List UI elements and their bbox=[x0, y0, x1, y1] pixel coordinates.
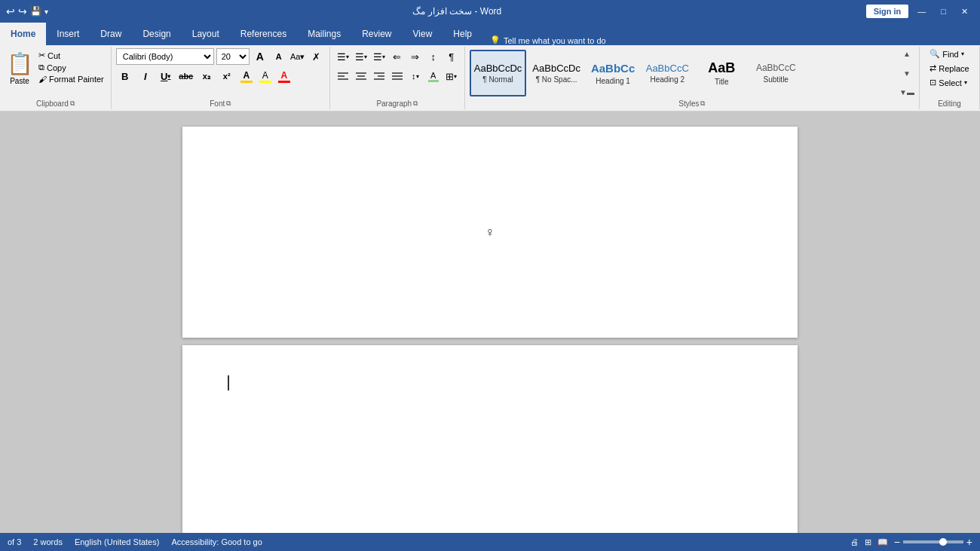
find-button[interactable]: 🔍 Find ▾ bbox=[927, 48, 966, 60]
styles-scroll-down[interactable]: ▼ bbox=[899, 69, 914, 78]
strikethrough-button[interactable]: abc bbox=[177, 68, 195, 84]
undo-icon[interactable]: ↩ bbox=[6, 5, 15, 17]
style-normal[interactable]: AaBbCcDc ¶ Normal bbox=[470, 50, 527, 96]
accessibility-indicator[interactable]: Accessibility: Good to go bbox=[171, 537, 262, 546]
clear-format-button[interactable]: ✗ bbox=[308, 48, 325, 65]
paste-label: Paste bbox=[10, 77, 29, 85]
shrink-font-button[interactable]: A bbox=[271, 48, 287, 65]
view-print-icon[interactable]: 🖨 bbox=[850, 537, 859, 546]
page-2[interactable] bbox=[182, 345, 798, 533]
paragraph-group-content: ☰▾ ☰▾ ☰▾ ⇐ ⇒ ↕ ¶ bbox=[335, 48, 460, 98]
styles-scroll-up[interactable]: ▲ bbox=[899, 50, 914, 58]
font-family-select[interactable]: Calibri (Body) bbox=[116, 48, 214, 65]
title-bar-controls: Sign in — □ ✕ bbox=[866, 5, 974, 18]
tab-view[interactable]: View bbox=[403, 23, 443, 45]
tab-layout[interactable]: Layout bbox=[182, 23, 230, 45]
style-title[interactable]: AaB Title bbox=[695, 50, 748, 96]
tab-home[interactable]: Home bbox=[0, 23, 46, 45]
font-label: Font ⧉ bbox=[116, 98, 325, 108]
page-info: of 3 bbox=[8, 537, 21, 546]
minimize-button[interactable]: — bbox=[911, 5, 932, 17]
font-size-select[interactable]: 20 bbox=[216, 48, 250, 65]
style-no-spacing[interactable]: AaBbCcDc ¶ No Spac... bbox=[528, 50, 585, 96]
bold-button[interactable]: B bbox=[116, 68, 134, 84]
styles-expand-icon[interactable]: ⧉ bbox=[700, 99, 705, 108]
status-bar-right: 🖨 ⊞ 📖 − + bbox=[850, 536, 972, 548]
line-spacing-button[interactable]: ↕▾ bbox=[407, 68, 424, 84]
quick-access-toolbar: ↩ ↪ 💾 ▾ bbox=[6, 5, 48, 17]
copy-label: Copy bbox=[47, 63, 66, 72]
tell-me-bar[interactable]: 💡 Tell me what you want to do bbox=[482, 35, 980, 45]
decrease-indent-button[interactable]: ⇐ bbox=[389, 48, 406, 65]
cut-label: Cut bbox=[47, 51, 60, 60]
paste-button[interactable]: 📋 Paste bbox=[5, 48, 35, 87]
show-hide-button[interactable]: ¶ bbox=[443, 48, 460, 65]
language-indicator[interactable]: English (United States) bbox=[75, 537, 160, 546]
tab-design[interactable]: Design bbox=[132, 23, 181, 45]
document-title: سخت افزار مگ - Word bbox=[412, 6, 501, 17]
page1-symbol: ♀ bbox=[485, 225, 495, 240]
redo-icon[interactable]: ↪ bbox=[18, 5, 27, 17]
tab-draw[interactable]: Draw bbox=[90, 23, 132, 45]
style-heading2[interactable]: AaBbCcC Heading 2 bbox=[641, 50, 694, 96]
italic-button[interactable]: I bbox=[136, 68, 155, 84]
highlight-button[interactable]: A bbox=[257, 68, 274, 84]
tab-references[interactable]: References bbox=[230, 23, 297, 45]
styles-scroll-controls[interactable]: ▲ ▼ ▼▬ bbox=[899, 50, 914, 96]
tab-insert[interactable]: Insert bbox=[46, 23, 90, 45]
close-button[interactable]: ✕ bbox=[955, 5, 974, 18]
shading-button[interactable]: A bbox=[425, 68, 442, 84]
save-icon[interactable]: 💾 bbox=[30, 6, 41, 17]
superscript-button[interactable]: x² bbox=[218, 68, 236, 84]
zoom-slider[interactable] bbox=[903, 540, 963, 543]
clipboard-expand-icon[interactable]: ⧉ bbox=[70, 99, 75, 108]
subscript-button[interactable]: x₂ bbox=[198, 68, 216, 84]
view-read-icon[interactable]: 📖 bbox=[877, 537, 888, 547]
increase-indent-button[interactable]: ⇒ bbox=[407, 48, 424, 65]
maximize-button[interactable]: □ bbox=[935, 5, 952, 17]
borders-button[interactable]: ⊞▾ bbox=[443, 68, 460, 84]
bullets-button[interactable]: ☰▾ bbox=[335, 48, 351, 65]
align-left-button[interactable] bbox=[335, 68, 351, 84]
multilevel-button[interactable]: ☰▾ bbox=[371, 48, 387, 65]
replace-label: Replace bbox=[939, 64, 969, 73]
grow-font-button[interactable]: A bbox=[252, 48, 268, 65]
numbering-button[interactable]: ☰▾ bbox=[353, 48, 369, 65]
style-subtitle-label: Subtitle bbox=[764, 75, 789, 84]
copy-button[interactable]: ⧉ Copy bbox=[36, 62, 106, 73]
styles-more-button[interactable]: ▼▬ bbox=[899, 88, 914, 96]
change-case-button[interactable]: Aa▾ bbox=[289, 48, 306, 65]
select-button[interactable]: ⊡ Select ▾ bbox=[927, 77, 969, 88]
document-area[interactable]: ♀ bbox=[0, 112, 980, 533]
underline-button[interactable]: U▾ bbox=[157, 68, 175, 84]
word-count[interactable]: 2 words bbox=[33, 537, 63, 546]
replace-button[interactable]: ⇄ Replace bbox=[927, 63, 971, 74]
style-subtitle[interactable]: AaBbCcC Subtitle bbox=[749, 50, 802, 96]
font-color-button[interactable]: A bbox=[238, 68, 255, 84]
align-center-button[interactable] bbox=[353, 68, 369, 84]
zoom-minus-button[interactable]: − bbox=[894, 536, 900, 548]
tab-help[interactable]: Help bbox=[443, 23, 482, 45]
font-expand-icon[interactable]: ⧉ bbox=[226, 99, 231, 108]
style-heading1[interactable]: AaBbCc Heading 1 bbox=[586, 50, 639, 96]
zoom-thumb[interactable] bbox=[939, 538, 947, 546]
format-painter-button[interactable]: 🖌 Format Painter bbox=[36, 74, 106, 84]
page-1[interactable]: ♀ bbox=[182, 127, 798, 338]
style-title-preview: AaB bbox=[708, 60, 735, 77]
text-cursor bbox=[228, 375, 229, 390]
justify-button[interactable] bbox=[389, 68, 406, 84]
tab-mailings[interactable]: Mailings bbox=[297, 23, 351, 45]
signin-button[interactable]: Sign in bbox=[866, 5, 909, 18]
paste-icon: 📋 bbox=[8, 50, 32, 77]
find-dropdown-icon: ▾ bbox=[961, 51, 964, 57]
cut-button[interactable]: ✂ Cut bbox=[36, 50, 106, 61]
font-row2: B I U▾ abc x₂ x² A A A bbox=[116, 68, 292, 84]
zoom-plus-button[interactable]: + bbox=[966, 536, 972, 548]
tab-review[interactable]: Review bbox=[351, 23, 402, 45]
sort-button[interactable]: ↕ bbox=[425, 48, 442, 65]
view-web-icon[interactable]: ⊞ bbox=[865, 537, 871, 547]
text-color-button[interactable]: A bbox=[276, 68, 292, 84]
align-right-button[interactable] bbox=[371, 68, 387, 84]
paragraph-expand-icon[interactable]: ⧉ bbox=[413, 99, 418, 108]
paragraph-label: Paragraph ⧉ bbox=[335, 98, 460, 108]
